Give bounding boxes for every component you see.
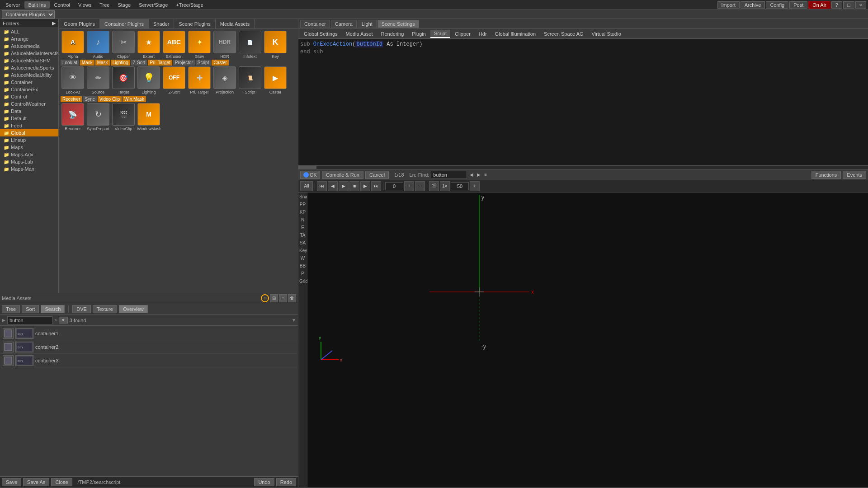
side-sa[interactable]: SA	[299, 239, 306, 246]
plugin-infotext[interactable]: 📄 Infotext	[238, 31, 262, 59]
plugin-videoclip[interactable]: 🎬 VideoClip	[111, 103, 136, 131]
menu-tree[interactable]: Tree	[96, 1, 113, 9]
folder-mapslab[interactable]: 📁Maps-Lab	[0, 158, 58, 165]
menu-stage[interactable]: Stage	[114, 1, 134, 9]
circle-icon[interactable]: ○	[261, 294, 269, 302]
folder-feed[interactable]: 📁Feed	[0, 122, 58, 129]
plugin-expert[interactable]: ★ Expert	[137, 31, 161, 59]
plugin-pritarget[interactable]: ✚ Pri. Target	[187, 66, 212, 94]
clear-search-icon[interactable]: ×	[54, 318, 57, 323]
side-pp[interactable]: PP	[299, 201, 306, 208]
pb-play[interactable]: ▶	[339, 181, 349, 191]
find-next-icon[interactable]: ▶	[476, 172, 481, 177]
undo-button[interactable]: Undo	[254, 478, 274, 486]
subtab-hdr[interactable]: Hdr	[475, 30, 491, 38]
subtab-global-illumination[interactable]: Global Illumination	[491, 30, 540, 38]
events-button[interactable]: Events	[843, 171, 866, 179]
folder-maps[interactable]: 📁Maps	[0, 144, 58, 151]
subtab-media-asset[interactable]: Media Asset	[342, 30, 377, 38]
tab-overview[interactable]: Overview	[119, 305, 148, 313]
side-bb[interactable]: BB	[299, 263, 306, 269]
trash-icon[interactable]: 🗑	[288, 294, 296, 302]
plugin-key[interactable]: K Key	[263, 31, 288, 59]
plugin-zsort[interactable]: OFF Z-Sort	[162, 66, 186, 94]
compile-run-button[interactable]: Compile & Run	[322, 171, 363, 179]
plugin-caster[interactable]: ▶ Caster	[263, 66, 288, 94]
pb-skip-start[interactable]: ⏮	[317, 181, 327, 191]
pb-all-btn[interactable]: All	[300, 181, 313, 191]
plugin-sync[interactable]: ↻ SyncPrepart	[86, 103, 110, 131]
find-options-icon[interactable]: ≡	[483, 172, 488, 177]
pb-prev-frame[interactable]: ◀	[328, 181, 338, 191]
redo-button[interactable]: Redo	[276, 478, 296, 486]
pb-remove-key[interactable]: −	[415, 181, 425, 191]
side-w[interactable]: W	[299, 255, 306, 262]
plugin-receiver[interactable]: 📡 Receiver	[61, 103, 85, 131]
tab-container[interactable]: Container	[300, 20, 330, 28]
side-snap[interactable]: Snap	[299, 193, 306, 200]
tab-shader[interactable]: Shader	[149, 19, 174, 28]
btn-import[interactable]: Import	[717, 1, 740, 9]
tab-scene-settings[interactable]: Scene Settings	[377, 20, 419, 28]
subtab-virtual-studio[interactable]: Virtual Studio	[588, 30, 625, 38]
folder-astuceinteractive[interactable]: 📁AstuceMediaInteractive	[0, 50, 58, 57]
cancel-button[interactable]: Cancel	[365, 171, 389, 179]
plugin-audio[interactable]: ♪ Audio	[86, 31, 110, 59]
tab-container-plugins[interactable]: Container Plugins	[100, 19, 149, 28]
folder-astucemedia[interactable]: 📁Astucemedia	[0, 42, 58, 50]
menu-control[interactable]: Control	[51, 1, 74, 9]
plugin-alpha[interactable]: A Alpha	[61, 31, 85, 59]
btn-on-air[interactable]: On Air	[808, 1, 830, 9]
pb-speed[interactable]: 1×	[440, 181, 450, 191]
folder-all[interactable]: 📁ALL	[0, 28, 58, 35]
side-grid[interactable]: Grid	[299, 278, 306, 285]
scroll-icon[interactable]: ≡	[279, 294, 287, 302]
save-button[interactable]: Save	[2, 478, 21, 486]
plugin-glow[interactable]: ✦ Glow	[187, 31, 212, 59]
folder-controlweather[interactable]: 📁ControlWeather	[0, 100, 58, 108]
tab-dve[interactable]: DVE	[72, 305, 91, 313]
folder-container[interactable]: 📁Container	[0, 79, 58, 86]
folder-default[interactable]: 📁Default	[0, 115, 58, 122]
btn-close-win[interactable]: ×	[855, 1, 866, 9]
file-item-1[interactable]: btn container2	[1, 340, 297, 354]
grid-icon[interactable]: ⊞	[270, 294, 278, 302]
side-n[interactable]: N	[299, 216, 306, 223]
plugin-projection[interactable]: ◈ Projection	[212, 66, 237, 94]
menu-serverstage[interactable]: Server/Stage	[135, 1, 171, 9]
close-button[interactable]: Close	[51, 478, 72, 486]
pb-clip-icon[interactable]: 🎬	[429, 181, 439, 191]
pb-incr[interactable]: +	[470, 181, 480, 191]
folder-astuceshm[interactable]: 📁AstuceMediaSHM	[0, 57, 58, 64]
tab-sort[interactable]: Sort	[22, 305, 39, 313]
plugin-windowmask[interactable]: M WindowMask	[137, 103, 161, 131]
folders-expand-icon[interactable]: ▶	[52, 20, 56, 26]
side-kp[interactable]: KP	[299, 209, 306, 216]
search-toggle[interactable]: ▶	[2, 318, 5, 323]
folder-astucessports[interactable]: 📁AstucemediaSports	[0, 64, 58, 71]
plugin-extrusion[interactable]: ABC Extrusion	[162, 31, 186, 59]
subtab-screen-space-ao[interactable]: Screen Space AO	[540, 30, 587, 38]
tab-scene-plugins[interactable]: Scene Plugins	[174, 19, 215, 28]
save-as-button[interactable]: Save As	[23, 478, 49, 486]
btn-help[interactable]: ?	[831, 1, 842, 9]
tab-search[interactable]: Search	[41, 305, 65, 313]
find-input[interactable]	[431, 171, 467, 179]
plugin-lighting[interactable]: 💡 Lighting	[137, 66, 161, 94]
filter-icon[interactable]: ▼	[59, 317, 68, 324]
plugin-lookat[interactable]: 👁 Look-At	[61, 66, 85, 94]
functions-button[interactable]: Functions	[811, 171, 841, 179]
btn-archive[interactable]: Archive	[741, 1, 765, 9]
file-item-2[interactable]: btn container3	[1, 354, 297, 367]
folder-global[interactable]: 📁Global	[0, 129, 58, 136]
menu-views[interactable]: Views	[75, 1, 95, 9]
btn-config[interactable]: Config	[766, 1, 788, 9]
tab-geom-plugins[interactable]: Geom Plugins	[59, 19, 100, 28]
ok-button[interactable]: OK	[300, 171, 320, 179]
dropdown-icon[interactable]: ▼	[292, 318, 296, 323]
tab-media-assets[interactable]: Media Assets	[216, 19, 255, 28]
side-ta[interactable]: TA	[299, 232, 306, 239]
menu-server[interactable]: Server	[2, 1, 24, 9]
viewport-canvas[interactable]: y -y x x y	[307, 192, 868, 487]
folder-arrange[interactable]: 📁Arrange	[0, 35, 58, 42]
